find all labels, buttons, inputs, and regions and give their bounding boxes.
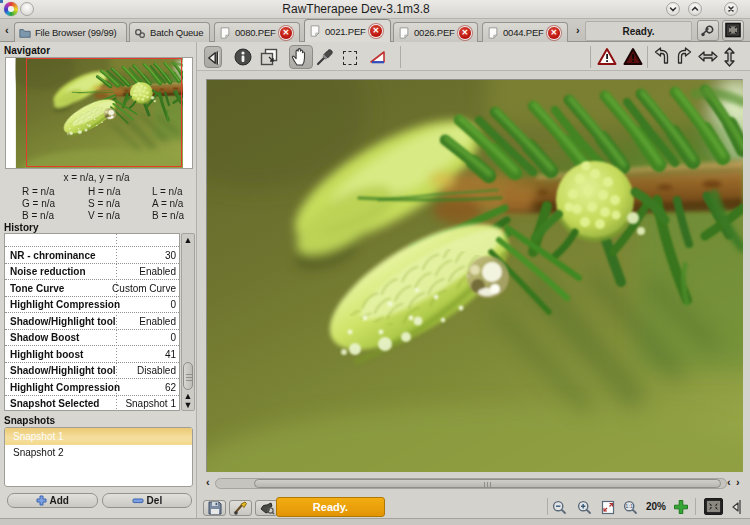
svg-text:1:1: 1:1 bbox=[625, 503, 633, 509]
